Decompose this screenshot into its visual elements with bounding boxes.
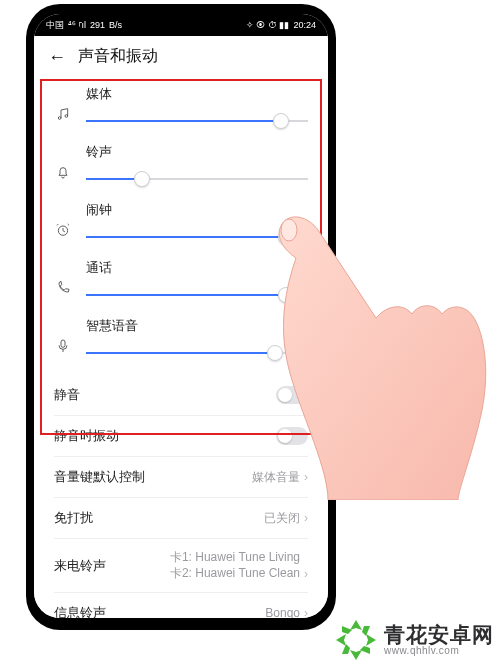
watermark-logo-icon bbox=[334, 618, 378, 662]
slider-call: 通话 bbox=[54, 259, 308, 303]
slider-alarm: 闹钟 bbox=[54, 201, 308, 245]
alarm-clock-icon bbox=[54, 221, 72, 239]
volume-sliders: 媒体 铃声 bbox=[34, 77, 328, 361]
slider-thumb[interactable] bbox=[273, 113, 289, 129]
slider-label: 闹钟 bbox=[86, 201, 308, 219]
status-network: 中国 bbox=[46, 19, 64, 32]
title-bar: ← 声音和振动 bbox=[34, 36, 328, 77]
status-time: 20:24 bbox=[293, 20, 316, 30]
row-ringtone[interactable]: 来电铃声 卡1: Huawei Tune Living 卡2: Huawei T… bbox=[54, 538, 308, 592]
slider-label: 铃声 bbox=[86, 143, 308, 161]
row-value: 媒体音量 bbox=[252, 469, 300, 486]
microphone-icon bbox=[54, 337, 72, 355]
row-label: 来电铃声 bbox=[54, 557, 106, 575]
phone-frame: 中国 ⁴⁶ ⸀ıl 291 B/s ✧ ⦿ ⏱ ▮▮ 20:24 ← 声音和振动 bbox=[26, 4, 336, 630]
slider-track[interactable] bbox=[86, 171, 308, 187]
row-label: 音量键默认控制 bbox=[54, 468, 145, 486]
svg-point-0 bbox=[58, 117, 61, 120]
row-value-line1: 卡1: Huawei Tune Living bbox=[170, 550, 300, 566]
music-note-icon bbox=[54, 105, 72, 123]
screen: 中国 ⁴⁶ ⸀ıl 291 B/s ✧ ⦿ ⏱ ▮▮ 20:24 ← 声音和振动 bbox=[34, 14, 328, 618]
slider-voice-assistant: 智慧语音 bbox=[54, 317, 308, 361]
row-value-line2: 卡2: Huawei Tune Clean bbox=[170, 566, 300, 582]
page-title: 声音和振动 bbox=[78, 46, 158, 67]
row-value: 已关闭 bbox=[264, 510, 300, 527]
phone-icon bbox=[54, 279, 72, 297]
row-sms-tone[interactable]: 信息铃声 Bongo › bbox=[54, 592, 308, 618]
slider-label: 通话 bbox=[86, 259, 308, 277]
status-speed: 291 bbox=[90, 20, 105, 30]
row-label: 静音时振动 bbox=[54, 427, 119, 445]
row-label: 免打扰 bbox=[54, 509, 93, 527]
slider-track[interactable] bbox=[86, 113, 308, 129]
slider-track[interactable] bbox=[86, 345, 308, 361]
row-label: 信息铃声 bbox=[54, 604, 106, 618]
row-mute[interactable]: 静音 bbox=[54, 375, 308, 415]
row-vibrate-on-mute[interactable]: 静音时振动 bbox=[54, 415, 308, 456]
back-icon[interactable]: ← bbox=[48, 48, 66, 66]
row-label: 静音 bbox=[54, 386, 80, 404]
content: 媒体 铃声 bbox=[34, 77, 328, 618]
chevron-right-icon: › bbox=[304, 567, 308, 581]
svg-point-1 bbox=[65, 115, 68, 118]
watermark: 青花安卓网 www.qhhlv.com bbox=[334, 618, 494, 662]
row-volume-key[interactable]: 音量键默认控制 媒体音量 › bbox=[54, 456, 308, 497]
bell-icon bbox=[54, 163, 72, 181]
slider-ringtone: 铃声 bbox=[54, 143, 308, 187]
status-signal: ⁴⁶ ⸀ıl bbox=[68, 20, 86, 31]
chevron-right-icon: › bbox=[304, 511, 308, 525]
status-bar: 中国 ⁴⁶ ⸀ıl 291 B/s ✧ ⦿ ⏱ ▮▮ 20:24 bbox=[34, 14, 328, 36]
slider-label: 智慧语音 bbox=[86, 317, 308, 335]
slider-track[interactable] bbox=[86, 229, 308, 245]
settings-list: 静音 静音时振动 音量键默认控制 媒体音量 › 免打扰 bbox=[34, 375, 328, 618]
chevron-right-icon: › bbox=[304, 470, 308, 484]
slider-thumb[interactable] bbox=[134, 171, 150, 187]
toggle-mute[interactable] bbox=[276, 386, 308, 404]
status-speed-unit: B/s bbox=[109, 20, 122, 30]
svg-rect-3 bbox=[61, 340, 65, 347]
chevron-right-icon: › bbox=[304, 606, 308, 618]
slider-thumb[interactable] bbox=[278, 287, 294, 303]
slider-thumb[interactable] bbox=[267, 345, 283, 361]
toggle-vibrate[interactable] bbox=[276, 427, 308, 445]
slider-thumb[interactable] bbox=[278, 229, 294, 245]
slider-track[interactable] bbox=[86, 287, 308, 303]
watermark-title: 青花安卓网 bbox=[384, 624, 494, 645]
status-icons: ✧ ⦿ ⏱ ▮▮ bbox=[246, 20, 290, 30]
slider-label: 媒体 bbox=[86, 85, 308, 103]
row-dnd[interactable]: 免打扰 已关闭 › bbox=[54, 497, 308, 538]
watermark-url: www.qhhlv.com bbox=[384, 645, 494, 656]
row-value: Bongo bbox=[265, 606, 300, 618]
slider-media: 媒体 bbox=[54, 85, 308, 129]
